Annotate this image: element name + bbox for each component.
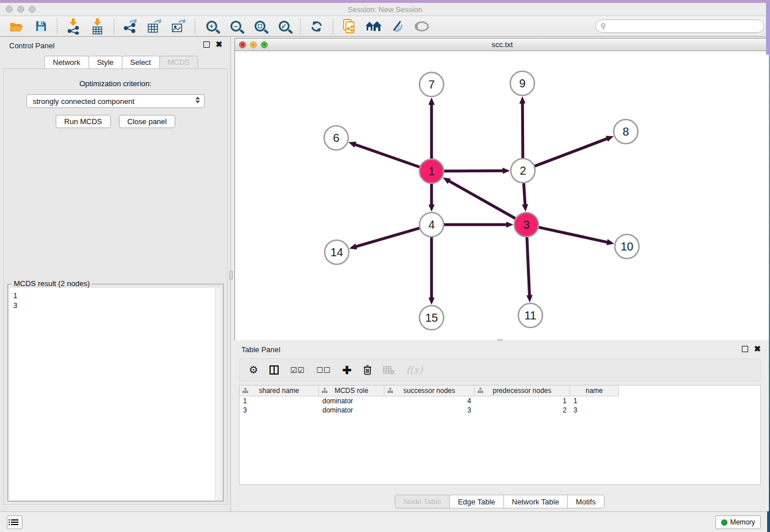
run-mcds-button[interactable]: Run MCDS	[56, 115, 111, 128]
show-all-icon[interactable]	[413, 18, 430, 35]
refresh-icon[interactable]	[308, 18, 325, 35]
clone-network-icon[interactable]	[341, 18, 358, 35]
graph-edge-2-8[interactable]	[535, 138, 607, 166]
zoom-in-icon[interactable]: +	[203, 18, 220, 35]
graph-edge-3-10[interactable]	[538, 228, 607, 242]
graph-node-2[interactable]: 2	[511, 159, 535, 183]
delete-table-icon	[383, 363, 395, 377]
graph-node-15[interactable]: 15	[419, 306, 444, 330]
column-header-shared-name[interactable]: shared name	[240, 385, 319, 396]
save-session-icon[interactable]	[32, 18, 49, 35]
table-row[interactable]: 3 dominator 3 2 3	[240, 406, 760, 415]
graph-edge-2-9[interactable]	[522, 103, 523, 158]
tab-style[interactable]: Style	[88, 56, 122, 69]
graph-node-11[interactable]: 11	[518, 303, 542, 327]
deselect-all-icon[interactable]: ☐☐	[316, 363, 330, 377]
hide-selected-icon[interactable]	[389, 18, 406, 35]
control-panel-title: Control Panel	[9, 41, 55, 50]
svg-text:7: 7	[428, 78, 434, 91]
graph-node-3[interactable]: 3	[514, 213, 538, 237]
mcds-result-title: MCDS result (2 nodes)	[11, 279, 92, 288]
import-network-icon[interactable]	[65, 18, 82, 35]
memory-button[interactable]: Memory	[715, 515, 761, 529]
table-toolbar: ⚙ ☑☑ ☐☐ ✚ f(x)	[239, 358, 761, 381]
graph-node-6[interactable]: 6	[324, 126, 348, 150]
export-network-icon[interactable]	[122, 18, 139, 35]
view-resize-handle[interactable]	[497, 339, 503, 341]
first-neighbors-icon[interactable]	[365, 18, 382, 35]
select-chevrons-icon	[195, 97, 200, 103]
delete-column-icon[interactable]	[363, 363, 372, 377]
function-builder-icon: f(x)	[406, 363, 423, 377]
add-column-icon[interactable]: ✚	[342, 363, 352, 377]
result-scrollbar[interactable]	[215, 288, 222, 500]
graph-edge-4-14[interactable]	[356, 228, 419, 246]
graph-node-14[interactable]: 14	[325, 240, 349, 264]
desktop-edge	[766, 3, 770, 55]
graph-edge-3-11[interactable]	[527, 237, 529, 295]
graph-edge-1-2[interactable]	[444, 171, 503, 171]
node-table[interactable]: shared name MCDS role successor nodes pr…	[239, 385, 761, 485]
network-window-titlebar[interactable]: ✕ − + scc.txt	[235, 38, 769, 51]
close-panel-icon[interactable]: ✖	[215, 41, 222, 48]
status-bar: Memory	[0, 511, 770, 532]
graph-edge-3-1[interactable]	[449, 181, 515, 218]
zoom-selected-icon[interactable]: ✓	[275, 18, 292, 35]
mcds-result-list: 1 3	[9, 288, 215, 500]
criterion-select[interactable]: strongly connected component	[26, 94, 205, 108]
mcds-panel: Optimization criterion: strongly connect…	[3, 68, 228, 505]
graph-node-1[interactable]: 1	[419, 159, 444, 183]
float-table-panel-icon[interactable]	[742, 346, 748, 352]
svg-text:15: 15	[425, 311, 438, 324]
export-image-icon[interactable]	[170, 18, 187, 35]
network-view-title: scc.txt	[235, 40, 769, 49]
import-table-icon[interactable]	[89, 18, 106, 35]
graph-edge-1-6[interactable]	[355, 145, 419, 167]
svg-text:14: 14	[330, 246, 343, 259]
network-graph[interactable]: 7968124314101511	[235, 51, 769, 340]
control-panel: Control Panel ✖ Network Style Select MCD…	[0, 37, 231, 511]
svg-text:2: 2	[519, 164, 526, 177]
table-header-row: shared name MCDS role successor nodes pr…	[240, 385, 760, 396]
toolbar-separator	[333, 19, 333, 34]
column-header-mcds-role[interactable]: MCDS role	[319, 385, 384, 396]
tab-motifs[interactable]: Motifs	[567, 495, 605, 508]
open-session-icon[interactable]	[8, 18, 25, 35]
show-panels-button[interactable]	[7, 515, 22, 529]
column-header-name[interactable]: name	[570, 385, 619, 396]
search-icon: ⚲	[600, 22, 606, 31]
graph-edge-2-3[interactable]	[523, 183, 525, 205]
close-panel-button[interactable]: Close panel	[119, 115, 176, 128]
network-canvas[interactable]: 7968124314101511	[235, 51, 769, 340]
select-all-icon[interactable]: ☑☑	[290, 363, 305, 377]
graph-node-4[interactable]: 4	[419, 213, 444, 237]
close-table-panel-icon[interactable]: ✖	[754, 346, 761, 352]
tab-mcds[interactable]: MCDS	[159, 56, 198, 69]
tab-network-table[interactable]: Network Table	[503, 495, 568, 508]
column-type-icon	[322, 388, 328, 393]
tab-select[interactable]: Select	[122, 56, 160, 69]
list-icon	[11, 519, 18, 525]
svg-text:11: 11	[525, 309, 537, 322]
graph-node-7[interactable]: 7	[419, 72, 444, 97]
float-panel-icon[interactable]	[203, 41, 210, 48]
svg-text:4: 4	[428, 218, 434, 231]
fit-columns-icon[interactable]	[270, 363, 279, 377]
search-input[interactable]: ⚲	[595, 20, 764, 33]
panel-splitter-handle[interactable]	[229, 271, 233, 280]
zoom-fit-icon[interactable]	[251, 18, 268, 35]
graph-node-9[interactable]: 9	[510, 71, 534, 95]
column-header-predecessor-nodes[interactable]: predecessor nodes	[475, 385, 570, 396]
column-type-icon	[387, 388, 393, 393]
svg-text:8: 8	[622, 125, 629, 138]
tab-edge-table[interactable]: Edge Table	[449, 495, 504, 508]
column-settings-icon[interactable]: ⚙	[249, 363, 258, 377]
table-row[interactable]: 1 dominator 4 1 1	[240, 396, 760, 406]
graph-node-8[interactable]: 8	[614, 119, 638, 144]
zoom-out-icon[interactable]: −	[227, 18, 244, 35]
graph-node-10[interactable]: 10	[615, 234, 639, 259]
export-table-icon[interactable]	[146, 18, 163, 35]
tab-node-table[interactable]: Node Table	[395, 495, 450, 508]
tab-network[interactable]: Network	[44, 56, 89, 69]
column-header-successor-nodes[interactable]: successor nodes	[384, 385, 475, 396]
